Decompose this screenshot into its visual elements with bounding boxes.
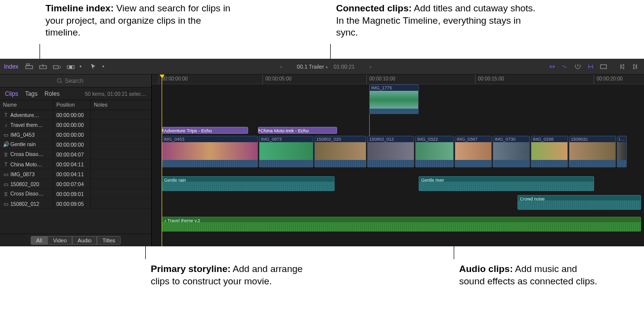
primary-clip[interactable]: IMG_0322 <box>415 136 454 167</box>
callout-audio-clips: Audio clips: Add music and sound effects… <box>459 263 598 287</box>
callout-connected-clips: Connected clips: Add titles and cutaway … <box>336 2 539 39</box>
snapping-icon[interactable] <box>586 62 596 72</box>
ruler-tick: 00:00:15:00 <box>478 76 504 81</box>
clip-waveform <box>370 109 418 114</box>
time-ruler[interactable]: 00:00:00:0000:00:05:0000:00:10:0000:00:1… <box>152 75 644 84</box>
primary-clip[interactable]: 150802_020 <box>314 136 366 167</box>
filter-audio[interactable]: Audio <box>72 236 97 245</box>
svg-rect-0 <box>26 66 33 69</box>
ruler-tick: 00:00:20:00 <box>597 76 623 81</box>
tab-roles[interactable]: Roles <box>44 90 60 97</box>
filter-all[interactable]: All <box>31 236 47 245</box>
list-item[interactable]: ▭150802_02000:00:07:04 <box>0 179 151 189</box>
list-item[interactable]: ▭IMG_087300:00:04:11 <box>0 169 151 179</box>
primary-clip[interactable]: IMG_0873 <box>259 136 313 167</box>
selection-summary: 50 items, 01:00:21 selec… <box>85 91 146 97</box>
col-header-notes[interactable]: Notes <box>91 100 151 110</box>
insert-clip-icon[interactable] <box>38 62 48 72</box>
clip-appearance-icon[interactable] <box>599 62 608 72</box>
primary-clip[interactable]: IMG_0367 <box>455 136 492 167</box>
audio-clip[interactable]: Gentle rain <box>162 176 335 191</box>
title-clip[interactable]: China Moto-trek - Echo <box>258 127 337 134</box>
svg-rect-6 <box>601 65 606 69</box>
app-window: Index ▾ ▾ ‹ 00.1 Trailer ▾ 01:00:21 › <box>0 59 644 246</box>
connect-clip-icon[interactable] <box>24 62 34 72</box>
list-item[interactable]: ⧖Cross Disso…00:00:09:01 <box>0 189 151 199</box>
connector <box>369 114 370 136</box>
list-item[interactable]: ▭IMG_045300:00:00:00 <box>0 130 151 140</box>
clip-thumbnail <box>370 91 418 109</box>
tab-tags[interactable]: Tags <box>25 90 38 97</box>
primary-clip[interactable]: 150802c <box>569 136 616 167</box>
primary-clip[interactable]: I… <box>617 136 627 167</box>
primary-clip[interactable]: IMG_0453 <box>162 136 258 167</box>
list-item[interactable]: ⧖Cross Disso…00:00:04:07 <box>0 150 151 159</box>
tab-clips[interactable]: Clips <box>5 90 18 97</box>
index-button[interactable]: Index <box>4 63 18 70</box>
audio-clip[interactable]: Crowd noise <box>517 195 641 210</box>
trim-end-icon[interactable] <box>630 62 640 72</box>
playhead-head-icon <box>160 75 165 78</box>
list-item[interactable]: TChina Moto…00:00:04:11 <box>0 159 151 169</box>
clip-label: IMG_1775 <box>370 85 418 91</box>
svg-point-7 <box>57 78 61 82</box>
col-header-name[interactable]: Name <box>0 100 53 110</box>
primary-clip[interactable]: IMG_0298 <box>531 136 568 167</box>
primary-clip[interactable]: 150802_012 <box>367 136 414 167</box>
audio-clip[interactable]: Gentle river <box>419 176 594 191</box>
ruler-tick: 00:00:00:00 <box>162 76 188 81</box>
search-input[interactable] <box>65 78 94 84</box>
select-tool-icon[interactable] <box>88 62 98 72</box>
project-name[interactable]: 00.1 Trailer <box>297 64 324 70</box>
chevron-right-icon[interactable]: › <box>370 64 372 70</box>
solo-icon[interactable] <box>573 62 583 72</box>
audio-skimming-icon[interactable] <box>560 62 570 72</box>
overwrite-clip-icon[interactable] <box>66 62 76 72</box>
timeline-area[interactable]: 00:00:00:0000:00:05:0000:00:10:0000:00:1… <box>152 75 644 246</box>
music-clip[interactable]: ♪ Travel theme v.2 <box>162 217 641 232</box>
filter-titles[interactable]: Titles <box>97 236 121 245</box>
project-timecode: 01:00:21 <box>334 64 355 70</box>
list-item[interactable]: TAdventure…00:00:00:00 <box>0 110 151 120</box>
chevron-down-icon[interactable]: ▾ <box>102 64 104 69</box>
playhead[interactable] <box>162 75 162 246</box>
chevron-down-icon[interactable]: ▾ <box>80 64 82 69</box>
col-header-position[interactable]: Position <box>53 100 91 110</box>
toolbar: Index ▾ ▾ ‹ 00.1 Trailer ▾ 01:00:21 › <box>0 59 644 75</box>
primary-clip[interactable]: IMG_0730 <box>493 136 530 167</box>
chevron-left-icon[interactable]: ‹ <box>280 64 282 70</box>
callout-primary-storyline: Primary storyline: Add and arrange clips… <box>151 263 309 287</box>
list-item[interactable]: ▭150802_01200:00:09:05 <box>0 199 151 209</box>
chevron-down-icon[interactable]: ▾ <box>326 65 328 70</box>
svg-rect-5 <box>69 66 72 69</box>
svg-rect-3 <box>53 66 58 69</box>
skimming-icon[interactable] <box>547 62 557 72</box>
timeline-index-panel: Clips Tags Roles 50 items, 01:00:21 sele… <box>0 75 152 246</box>
search-icon <box>57 78 63 84</box>
svg-rect-1 <box>27 63 29 65</box>
list-item[interactable]: ♪Travel them…00:00:00:00 <box>0 120 151 130</box>
tracks-area: IMG_1775 Adventure Trips - Echo China Mo… <box>152 84 644 246</box>
ruler-tick: 00:00:10:00 <box>369 76 395 81</box>
filter-video[interactable]: Video <box>47 236 72 245</box>
ruler-tick: 00:00:05:00 <box>265 76 292 81</box>
append-clip-icon[interactable] <box>52 62 62 72</box>
connected-clip[interactable]: IMG_1775 <box>369 84 419 114</box>
list-item[interactable]: 🔊Gentle rain00:00:00:00 <box>0 140 151 150</box>
title-clip[interactable]: Adventure Trips - Echo <box>162 127 248 134</box>
trim-start-icon[interactable] <box>617 62 627 72</box>
callout-timeline-index: Timeline index: View and search for clip… <box>45 2 233 39</box>
